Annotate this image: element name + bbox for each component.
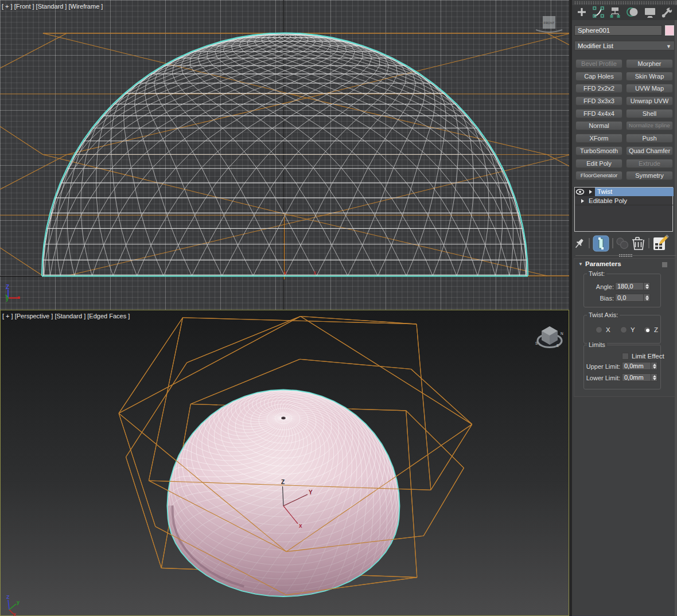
- svg-text:Z: Z: [281, 479, 285, 485]
- svg-text:x: x: [299, 523, 302, 529]
- svg-text:Y: Y: [309, 489, 313, 496]
- svg-text:E: E: [557, 344, 559, 348]
- svg-text:N: N: [561, 332, 563, 336]
- svg-text:y: y: [6, 296, 9, 302]
- svg-text:Z: Z: [6, 284, 9, 290]
- svg-text:x: x: [13, 611, 16, 616]
- svg-text:FRONT: FRONT: [544, 21, 555, 25]
- svg-text:S: S: [535, 341, 538, 345]
- svg-text:Z: Z: [6, 594, 10, 600]
- svg-text:y: y: [17, 599, 20, 605]
